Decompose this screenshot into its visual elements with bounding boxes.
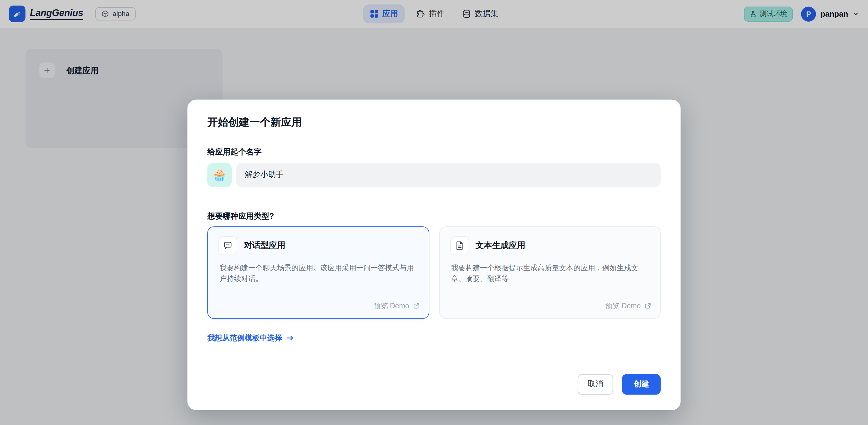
modal-footer: 取消 创建 [207, 374, 661, 394]
choose-from-template-link[interactable]: 我想从范例模板中选择 [207, 333, 294, 343]
app-type-card-chat[interactable]: 对话型应用 我要构建一个聊天场景的应用。该应用采用一问一答模式与用户持续对话。 … [207, 226, 429, 318]
card-description: 我要构建一个根据提示生成高质量文本的应用，例如生成文章、摘要、翻译等 [451, 262, 649, 285]
document-icon [450, 236, 469, 255]
app-type-cards: 对话型应用 我要构建一个聊天场景的应用。该应用采用一问一答模式与用户持续对话。 … [207, 226, 661, 318]
modal-title: 开始创建一个新应用 [207, 115, 661, 129]
app-name-row: 🧁 [207, 163, 661, 187]
cancel-button[interactable]: 取消 [578, 374, 613, 394]
app-emoji: 🧁 [212, 168, 227, 182]
preview-demo-link[interactable]: 预览 Demo [605, 301, 651, 311]
app-name-label: 给应用起个名字 [207, 147, 661, 157]
app-type-label: 想要哪种应用类型? [207, 212, 661, 221]
create-button[interactable]: 创建 [622, 374, 660, 394]
create-app-modal: 开始创建一个新应用 给应用起个名字 🧁 想要哪种应用类型? 对话型应用 [187, 100, 681, 410]
card-title: 文本生成应用 [475, 240, 525, 251]
card-description: 我要构建一个聊天场景的应用。该应用采用一问一答模式与用户持续对话。 [220, 262, 417, 285]
app-name-input[interactable] [236, 163, 661, 187]
preview-demo-link[interactable]: 预览 Demo [373, 301, 420, 311]
external-link-icon [412, 302, 420, 309]
arrow-right-icon [286, 334, 294, 342]
external-link-icon [644, 302, 651, 309]
app-screen: LangGenius alpha 应用 [0, 0, 868, 425]
app-type-card-text-generation[interactable]: 文本生成应用 我要构建一个根据提示生成高质量文本的应用，例如生成文章、摘要、翻译… [439, 226, 661, 318]
emoji-picker-button[interactable]: 🧁 [207, 163, 232, 187]
chat-bubble-icon [218, 236, 237, 255]
template-link-label: 我想从范例模板中选择 [207, 333, 282, 343]
card-title: 对话型应用 [244, 240, 285, 251]
preview-demo-label: 预览 Demo [373, 301, 409, 311]
preview-demo-label: 预览 Demo [605, 301, 641, 311]
